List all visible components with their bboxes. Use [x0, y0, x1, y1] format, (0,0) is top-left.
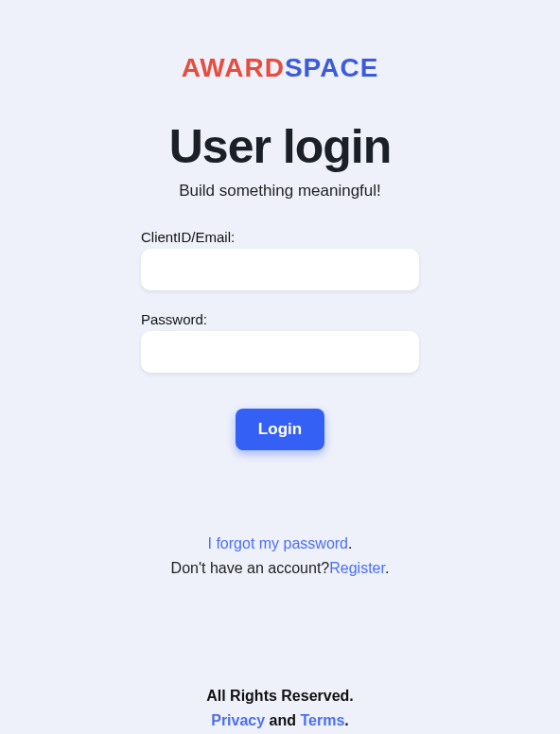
clientid-label: ClientID/Email:	[141, 229, 419, 245]
forgot-password-row: I forgot my password.	[171, 532, 390, 556]
clientid-field-group: ClientID/Email:	[141, 229, 419, 290]
login-button[interactable]: Login	[236, 409, 324, 450]
period: .	[385, 560, 389, 576]
brand-logo: AWARDSPACE	[182, 53, 379, 83]
password-label: Password:	[141, 311, 419, 327]
no-account-text: Don't have an account?	[171, 560, 330, 576]
period: .	[344, 712, 348, 728]
password-input[interactable]	[141, 331, 419, 373]
footer-and: and	[265, 712, 300, 728]
links-section: I forgot my password. Don't have an acco…	[171, 532, 390, 580]
logo-part-space: SPACE	[285, 53, 378, 82]
footer-links-row: Privacy and Terms.	[206, 708, 354, 733]
forgot-password-link[interactable]: I forgot my password	[208, 535, 349, 551]
page-title: User login	[169, 119, 391, 174]
terms-link[interactable]: Terms	[300, 712, 344, 728]
clientid-input[interactable]	[141, 249, 419, 290]
register-link[interactable]: Register	[329, 560, 385, 576]
password-field-group: Password:	[141, 311, 419, 373]
privacy-link[interactable]: Privacy	[211, 712, 265, 728]
login-form: ClientID/Email: Password: Login	[141, 229, 419, 450]
footer: All Rights Reserved. Privacy and Terms.	[206, 684, 354, 732]
login-button-wrap: Login	[141, 409, 419, 450]
period: .	[348, 535, 352, 551]
footer-rights: All Rights Reserved.	[206, 684, 354, 708]
logo-part-award: AWARD	[182, 53, 285, 82]
page-subtitle: Build something meaningful!	[179, 182, 381, 201]
register-row: Don't have an account?Register.	[171, 556, 390, 581]
